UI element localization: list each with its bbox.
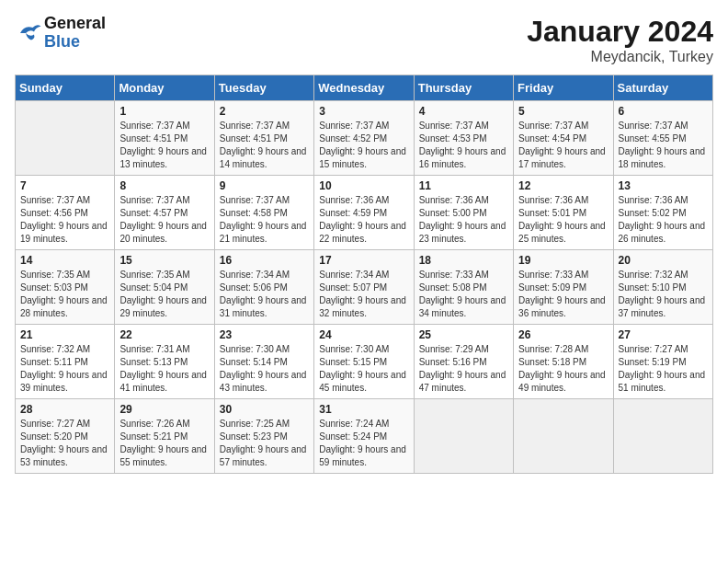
day-number: 4 — [419, 105, 508, 118]
calendar-cell: 29Sunrise: 7:26 AMSunset: 5:21 PMDayligh… — [115, 399, 214, 474]
calendar-cell: 10Sunrise: 7:36 AMSunset: 4:59 PMDayligh… — [314, 176, 414, 250]
calendar-cell: 18Sunrise: 7:33 AMSunset: 5:08 PMDayligh… — [414, 250, 513, 325]
location-title: Meydancik, Turkey — [527, 49, 713, 65]
day-number: 30 — [220, 403, 309, 416]
day-info: Sunrise: 7:36 AMSunset: 5:01 PMDaylight:… — [518, 194, 608, 246]
calendar-cell: 30Sunrise: 7:25 AMSunset: 5:23 PMDayligh… — [214, 399, 313, 474]
calendar-cell: 5Sunrise: 7:37 AMSunset: 4:54 PMDaylight… — [514, 101, 613, 176]
day-number: 5 — [518, 105, 608, 118]
day-info: Sunrise: 7:34 AMSunset: 5:07 PMDaylight:… — [319, 269, 408, 320]
calendar-cell — [613, 399, 712, 474]
calendar-cell: 7Sunrise: 7:37 AMSunset: 4:56 PMDaylight… — [16, 176, 115, 250]
day-number: 17 — [319, 254, 408, 267]
day-info: Sunrise: 7:37 AMSunset: 4:51 PMDaylight:… — [119, 120, 209, 171]
calendar-cell — [414, 399, 513, 474]
calendar-cell: 2Sunrise: 7:37 AMSunset: 4:51 PMDaylight… — [214, 101, 313, 176]
day-number: 24 — [319, 328, 408, 341]
day-header-thursday: Thursday — [414, 75, 513, 101]
calendar-cell — [514, 399, 613, 474]
day-number: 12 — [518, 179, 608, 192]
day-number: 10 — [319, 179, 408, 192]
day-info: Sunrise: 7:29 AMSunset: 5:16 PMDaylight:… — [419, 343, 508, 395]
day-number: 13 — [619, 179, 708, 192]
day-number: 25 — [419, 328, 508, 341]
day-number: 23 — [220, 328, 309, 341]
calendar-cell: 11Sunrise: 7:36 AMSunset: 5:00 PMDayligh… — [414, 176, 513, 250]
calendar-cell: 24Sunrise: 7:30 AMSunset: 5:15 PMDayligh… — [314, 325, 414, 399]
calendar-cell: 4Sunrise: 7:37 AMSunset: 4:53 PMDaylight… — [414, 101, 513, 176]
day-info: Sunrise: 7:35 AMSunset: 5:04 PMDaylight:… — [119, 269, 209, 320]
day-number: 16 — [220, 254, 309, 267]
calendar-cell: 15Sunrise: 7:35 AMSunset: 5:04 PMDayligh… — [115, 250, 214, 325]
title-area: January 2024 Meydancik, Turkey — [527, 15, 713, 65]
day-number: 3 — [319, 105, 408, 118]
calendar-cell: 23Sunrise: 7:30 AMSunset: 5:14 PMDayligh… — [214, 325, 313, 399]
day-info: Sunrise: 7:32 AMSunset: 5:11 PMDaylight:… — [20, 343, 109, 395]
day-header-sunday: Sunday — [16, 75, 115, 101]
day-header-saturday: Saturday — [613, 75, 712, 101]
day-number: 1 — [119, 105, 209, 118]
month-title: January 2024 — [527, 15, 713, 49]
day-info: Sunrise: 7:24 AMSunset: 5:24 PMDaylight:… — [319, 418, 408, 469]
calendar-cell: 31Sunrise: 7:24 AMSunset: 5:24 PMDayligh… — [314, 399, 414, 474]
logo: General Blue — [15, 15, 106, 52]
calendar-cell: 25Sunrise: 7:29 AMSunset: 5:16 PMDayligh… — [414, 325, 513, 399]
day-info: Sunrise: 7:37 AMSunset: 4:55 PMDaylight:… — [619, 120, 708, 171]
day-info: Sunrise: 7:27 AMSunset: 5:20 PMDaylight:… — [20, 418, 109, 469]
calendar-cell: 22Sunrise: 7:31 AMSunset: 5:13 PMDayligh… — [115, 325, 214, 399]
day-number: 19 — [518, 254, 608, 267]
day-info: Sunrise: 7:26 AMSunset: 5:21 PMDaylight:… — [119, 418, 209, 469]
day-number: 8 — [119, 179, 209, 192]
day-number: 27 — [619, 328, 708, 341]
day-info: Sunrise: 7:36 AMSunset: 5:00 PMDaylight:… — [419, 194, 508, 246]
calendar-cell: 13Sunrise: 7:36 AMSunset: 5:02 PMDayligh… — [613, 176, 712, 250]
calendar-cell: 19Sunrise: 7:33 AMSunset: 5:09 PMDayligh… — [514, 250, 613, 325]
calendar-cell: 1Sunrise: 7:37 AMSunset: 4:51 PMDaylight… — [115, 101, 214, 176]
day-info: Sunrise: 7:35 AMSunset: 5:03 PMDaylight:… — [20, 269, 109, 320]
day-number: 6 — [619, 105, 708, 118]
day-info: Sunrise: 7:27 AMSunset: 5:19 PMDaylight:… — [619, 343, 708, 395]
day-info: Sunrise: 7:30 AMSunset: 5:15 PMDaylight:… — [319, 343, 408, 395]
day-number: 22 — [119, 328, 209, 341]
day-number: 31 — [319, 403, 408, 416]
calendar-cell: 28Sunrise: 7:27 AMSunset: 5:20 PMDayligh… — [16, 399, 115, 474]
day-info: Sunrise: 7:33 AMSunset: 5:09 PMDaylight:… — [518, 269, 608, 320]
calendar-cell: 12Sunrise: 7:36 AMSunset: 5:01 PMDayligh… — [514, 176, 613, 250]
day-info: Sunrise: 7:37 AMSunset: 4:57 PMDaylight:… — [119, 194, 209, 246]
day-number: 20 — [619, 254, 708, 267]
day-number: 21 — [20, 328, 109, 341]
calendar-cell: 21Sunrise: 7:32 AMSunset: 5:11 PMDayligh… — [16, 325, 115, 399]
day-info: Sunrise: 7:37 AMSunset: 4:58 PMDaylight:… — [220, 194, 309, 246]
day-header-friday: Friday — [514, 75, 613, 101]
calendar-cell: 20Sunrise: 7:32 AMSunset: 5:10 PMDayligh… — [613, 250, 712, 325]
day-header-monday: Monday — [115, 75, 214, 101]
calendar-cell: 26Sunrise: 7:28 AMSunset: 5:18 PMDayligh… — [514, 325, 613, 399]
day-info: Sunrise: 7:37 AMSunset: 4:53 PMDaylight:… — [419, 120, 508, 171]
calendar-table: SundayMondayTuesdayWednesdayThursdayFrid… — [15, 75, 713, 474]
day-info: Sunrise: 7:31 AMSunset: 5:13 PMDaylight:… — [119, 343, 209, 395]
day-info: Sunrise: 7:32 AMSunset: 5:10 PMDaylight:… — [619, 269, 708, 320]
calendar-cell: 3Sunrise: 7:37 AMSunset: 4:52 PMDaylight… — [314, 101, 414, 176]
day-number: 2 — [220, 105, 309, 118]
day-info: Sunrise: 7:33 AMSunset: 5:08 PMDaylight:… — [419, 269, 508, 320]
calendar-cell: 27Sunrise: 7:27 AMSunset: 5:19 PMDayligh… — [613, 325, 712, 399]
logo-bird-icon — [15, 20, 42, 46]
day-info: Sunrise: 7:37 AMSunset: 4:51 PMDaylight:… — [220, 120, 309, 171]
day-info: Sunrise: 7:37 AMSunset: 4:54 PMDaylight:… — [518, 120, 608, 171]
day-info: Sunrise: 7:34 AMSunset: 5:06 PMDaylight:… — [220, 269, 309, 320]
day-number: 11 — [419, 179, 508, 192]
calendar-cell: 9Sunrise: 7:37 AMSunset: 4:58 PMDaylight… — [214, 176, 313, 250]
logo-blue: Blue — [44, 33, 106, 52]
day-info: Sunrise: 7:25 AMSunset: 5:23 PMDaylight:… — [220, 418, 309, 469]
day-info: Sunrise: 7:37 AMSunset: 4:52 PMDaylight:… — [319, 120, 408, 171]
calendar-cell: 16Sunrise: 7:34 AMSunset: 5:06 PMDayligh… — [214, 250, 313, 325]
calendar-cell: 8Sunrise: 7:37 AMSunset: 4:57 PMDaylight… — [115, 176, 214, 250]
day-number: 15 — [119, 254, 209, 267]
day-info: Sunrise: 7:36 AMSunset: 5:02 PMDaylight:… — [619, 194, 708, 246]
header: General Blue January 2024 Meydancik, Tur… — [15, 15, 713, 65]
day-header-wednesday: Wednesday — [314, 75, 414, 101]
day-info: Sunrise: 7:30 AMSunset: 5:14 PMDaylight:… — [220, 343, 309, 395]
day-number: 7 — [20, 179, 109, 192]
day-number: 18 — [419, 254, 508, 267]
day-number: 28 — [20, 403, 109, 416]
